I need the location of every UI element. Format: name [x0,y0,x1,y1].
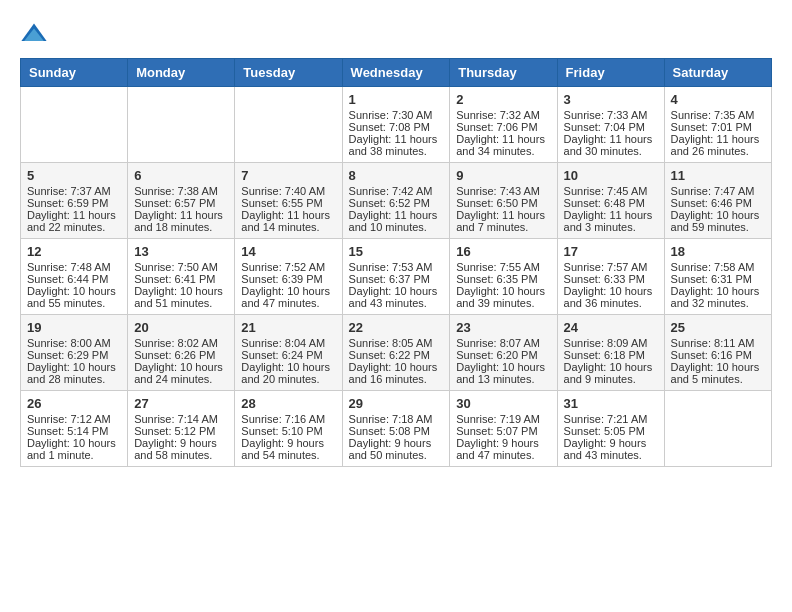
calendar-cell: 25Sunrise: 8:11 AMSunset: 6:16 PMDayligh… [664,315,771,391]
day-of-week-header: Tuesday [235,59,342,87]
day-info: Sunset: 6:52 PM [349,197,444,209]
day-info: Sunset: 5:08 PM [349,425,444,437]
day-of-week-header: Thursday [450,59,557,87]
day-info: and 50 minutes. [349,449,444,461]
calendar-header-row: SundayMondayTuesdayWednesdayThursdayFrid… [21,59,772,87]
day-info: Sunrise: 7:40 AM [241,185,335,197]
calendar-cell: 23Sunrise: 8:07 AMSunset: 6:20 PMDayligh… [450,315,557,391]
day-info: Sunrise: 7:21 AM [564,413,658,425]
day-number: 31 [564,396,658,411]
calendar-cell: 21Sunrise: 8:04 AMSunset: 6:24 PMDayligh… [235,315,342,391]
day-info: Daylight: 10 hours [241,285,335,297]
calendar-cell: 5Sunrise: 7:37 AMSunset: 6:59 PMDaylight… [21,163,128,239]
day-of-week-header: Friday [557,59,664,87]
calendar-cell: 29Sunrise: 7:18 AMSunset: 5:08 PMDayligh… [342,391,450,467]
day-number: 20 [134,320,228,335]
day-info: and 3 minutes. [564,221,658,233]
calendar-table: SundayMondayTuesdayWednesdayThursdayFrid… [20,58,772,467]
day-info: Sunrise: 8:05 AM [349,337,444,349]
day-info: Sunset: 7:04 PM [564,121,658,133]
day-info: Sunrise: 8:07 AM [456,337,550,349]
day-info: Sunrise: 7:12 AM [27,413,121,425]
day-number: 23 [456,320,550,335]
day-info: and 43 minutes. [564,449,658,461]
day-info: Sunrise: 7:48 AM [27,261,121,273]
day-info: Sunrise: 7:30 AM [349,109,444,121]
day-info: Daylight: 11 hours [456,133,550,145]
day-info: Sunrise: 7:14 AM [134,413,228,425]
day-info: and 9 minutes. [564,373,658,385]
day-info: Sunrise: 7:42 AM [349,185,444,197]
day-info: Daylight: 9 hours [349,437,444,449]
day-info: and 39 minutes. [456,297,550,309]
day-info: Daylight: 10 hours [27,285,121,297]
day-info: Sunrise: 7:38 AM [134,185,228,197]
day-number: 30 [456,396,550,411]
day-info: and 22 minutes. [27,221,121,233]
calendar-cell [235,87,342,163]
day-info: Sunrise: 7:37 AM [27,185,121,197]
calendar-cell: 26Sunrise: 7:12 AMSunset: 5:14 PMDayligh… [21,391,128,467]
day-info: Sunset: 6:41 PM [134,273,228,285]
day-info: Sunset: 5:05 PM [564,425,658,437]
day-number: 16 [456,244,550,259]
day-info: and 59 minutes. [671,221,765,233]
calendar-week-row: 19Sunrise: 8:00 AMSunset: 6:29 PMDayligh… [21,315,772,391]
day-info: Daylight: 10 hours [27,361,121,373]
day-info: Sunset: 7:08 PM [349,121,444,133]
day-info: and 43 minutes. [349,297,444,309]
day-info: Daylight: 10 hours [671,361,765,373]
day-info: Sunset: 6:39 PM [241,273,335,285]
day-info: Sunrise: 7:43 AM [456,185,550,197]
calendar-cell: 2Sunrise: 7:32 AMSunset: 7:06 PMDaylight… [450,87,557,163]
day-number: 11 [671,168,765,183]
calendar-cell: 19Sunrise: 8:00 AMSunset: 6:29 PMDayligh… [21,315,128,391]
calendar-cell: 15Sunrise: 7:53 AMSunset: 6:37 PMDayligh… [342,239,450,315]
day-of-week-header: Wednesday [342,59,450,87]
calendar-cell: 28Sunrise: 7:16 AMSunset: 5:10 PMDayligh… [235,391,342,467]
calendar-cell: 18Sunrise: 7:58 AMSunset: 6:31 PMDayligh… [664,239,771,315]
day-info: Sunrise: 7:53 AM [349,261,444,273]
day-number: 8 [349,168,444,183]
day-info: Sunset: 6:50 PM [456,197,550,209]
day-info: and 47 minutes. [241,297,335,309]
day-info: and 55 minutes. [27,297,121,309]
day-number: 14 [241,244,335,259]
day-info: Daylight: 11 hours [349,133,444,145]
calendar-cell: 1Sunrise: 7:30 AMSunset: 7:08 PMDaylight… [342,87,450,163]
day-info: Sunset: 6:31 PM [671,273,765,285]
day-info: Daylight: 9 hours [456,437,550,449]
calendar-cell [21,87,128,163]
calendar-week-row: 12Sunrise: 7:48 AMSunset: 6:44 PMDayligh… [21,239,772,315]
calendar-cell: 16Sunrise: 7:55 AMSunset: 6:35 PMDayligh… [450,239,557,315]
day-info: Sunrise: 7:45 AM [564,185,658,197]
day-info: Daylight: 11 hours [27,209,121,221]
day-info: Sunrise: 7:58 AM [671,261,765,273]
day-number: 6 [134,168,228,183]
day-info: Sunset: 6:46 PM [671,197,765,209]
day-info: and 32 minutes. [671,297,765,309]
day-info: Sunset: 6:29 PM [27,349,121,361]
day-info: and 24 minutes. [134,373,228,385]
day-info: Sunset: 6:55 PM [241,197,335,209]
day-info: Daylight: 10 hours [27,437,121,449]
day-info: Sunrise: 8:11 AM [671,337,765,349]
day-info: Daylight: 9 hours [241,437,335,449]
day-info: Sunrise: 7:18 AM [349,413,444,425]
calendar-cell: 9Sunrise: 7:43 AMSunset: 6:50 PMDaylight… [450,163,557,239]
day-info: Daylight: 11 hours [564,133,658,145]
day-number: 9 [456,168,550,183]
day-info: Sunrise: 8:09 AM [564,337,658,349]
day-info: and 38 minutes. [349,145,444,157]
day-info: Daylight: 11 hours [241,209,335,221]
day-info: Daylight: 9 hours [564,437,658,449]
day-info: Sunrise: 7:33 AM [564,109,658,121]
day-info: Daylight: 11 hours [671,133,765,145]
day-info: Sunset: 5:07 PM [456,425,550,437]
calendar-week-row: 1Sunrise: 7:30 AMSunset: 7:08 PMDaylight… [21,87,772,163]
calendar-cell: 4Sunrise: 7:35 AMSunset: 7:01 PMDaylight… [664,87,771,163]
calendar-cell: 27Sunrise: 7:14 AMSunset: 5:12 PMDayligh… [128,391,235,467]
day-info: and 13 minutes. [456,373,550,385]
day-number: 1 [349,92,444,107]
day-info: Sunset: 7:06 PM [456,121,550,133]
